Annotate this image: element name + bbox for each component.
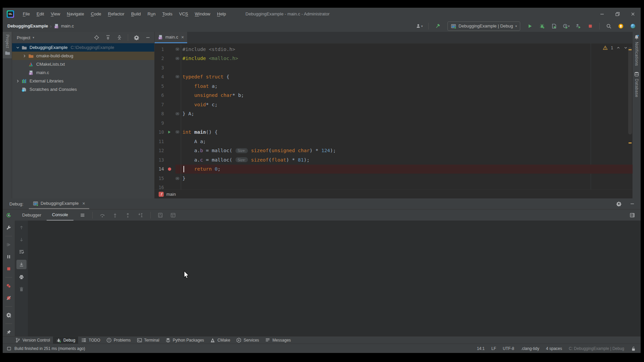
scrollbar-thumb[interactable] (628, 47, 632, 134)
line-number[interactable]: 4 (155, 74, 164, 79)
stop-button[interactable] (586, 22, 595, 30)
menu-vcs[interactable]: VCS (176, 10, 192, 18)
code-line[interactable]: 1#include <stdio.h> (155, 45, 633, 54)
chevron-right-icon[interactable] (15, 79, 21, 83)
pause-program-button[interactable] (4, 253, 13, 261)
line-number[interactable]: 2 (155, 56, 164, 61)
code-line[interactable]: 7 void* c; (155, 100, 633, 109)
line-number[interactable]: 16 (155, 185, 164, 190)
chevron-down-icon[interactable] (15, 45, 21, 50)
use-soft-wraps-button[interactable] (17, 248, 26, 256)
warning-stripe-mark[interactable] (629, 142, 632, 143)
tree-item-scratches-and-consoles[interactable]: Scratches and Consoles (12, 85, 154, 94)
restore-button[interactable] (610, 8, 625, 20)
fold-down-icon[interactable] (175, 47, 180, 51)
line-number[interactable]: 10 (155, 129, 164, 135)
evaluate-expression-button[interactable] (156, 211, 165, 219)
profiler-button[interactable]: ▾ (562, 22, 571, 30)
collapse-all-button[interactable] (115, 34, 124, 42)
close-tab-icon[interactable]: × (181, 35, 184, 40)
menu-edit[interactable]: Edit (33, 10, 47, 18)
status-message[interactable]: Build finished in 251 ms (moments ago) (14, 346, 85, 351)
debug-button[interactable] (538, 22, 546, 30)
menu-window[interactable]: Window (192, 10, 214, 18)
scroll-to-end-button[interactable] (16, 260, 26, 269)
user-profile-button[interactable]: ▾ (415, 22, 424, 30)
hide-button[interactable] (628, 200, 637, 208)
code-line[interactable]: 2#include <malloc.h> (155, 54, 633, 63)
tool-window-button-python-packages[interactable]: Python Packages (162, 337, 207, 344)
tool-window-button-database[interactable]: Database (633, 69, 641, 100)
debug-session-tab[interactable]: DebuggingExample × (29, 198, 89, 209)
tool-window-button-terminal[interactable]: Terminal (134, 337, 162, 344)
stop-process-button[interactable] (4, 265, 13, 273)
tool-window-button-version-control[interactable]: Version Control (12, 337, 53, 344)
tree-item-debuggingexample[interactable]: DebuggingExampleC:\DebuggingExample (12, 43, 154, 52)
modify-run-configuration-button[interactable] (4, 224, 13, 232)
code-line[interactable]: 11 A a; (155, 137, 633, 146)
code-line[interactable]: 16 (155, 183, 633, 190)
line-number[interactable]: 3 (155, 65, 164, 70)
tool-window-button-project[interactable]: Project (3, 32, 12, 58)
tool-window-button-problems[interactable]: Problems (103, 337, 134, 344)
fold-down-icon[interactable] (175, 75, 180, 79)
pin-tab-button[interactable] (4, 328, 13, 336)
up-the-stack-trace-button[interactable] (17, 224, 26, 232)
run-line-button[interactable] (164, 130, 175, 134)
breakpoint-marker[interactable] (164, 167, 175, 171)
editor-tab-main-c[interactable]: c* main.c × (155, 32, 187, 43)
step-over-button[interactable] (98, 211, 107, 219)
close-session-icon[interactable]: × (82, 201, 85, 206)
console-output-area[interactable] (28, 221, 641, 336)
chevron-down-icon[interactable]: ▾ (33, 36, 34, 39)
resume-program-button[interactable] (4, 241, 13, 249)
attach-to-process-button[interactable] (574, 22, 583, 30)
breadcrumb-project[interactable]: DebuggingExample (7, 23, 48, 28)
step-into-button[interactable] (111, 211, 119, 219)
tab-debugger[interactable]: Debugger (17, 209, 47, 221)
tool-window-button-cmake[interactable]: CMake (207, 337, 233, 344)
menu-build[interactable]: Build (128, 10, 144, 18)
breadcrumb-function[interactable]: main (166, 192, 176, 197)
line-number[interactable]: 13 (155, 157, 164, 163)
down-the-stack-trace-button[interactable] (17, 236, 26, 244)
hide-button[interactable] (144, 34, 152, 42)
search-everywhere-button[interactable] (604, 22, 613, 30)
tool-window-button-services[interactable]: Services (233, 337, 262, 344)
line-number[interactable]: 12 (155, 148, 164, 153)
line-separator[interactable]: LF (491, 346, 496, 351)
line-number[interactable]: 15 (155, 176, 164, 181)
expand-all-button[interactable] (104, 34, 112, 42)
settings-button[interactable] (132, 34, 141, 42)
line-number[interactable]: 7 (155, 102, 164, 107)
warning-stripe-mark[interactable] (629, 49, 632, 50)
tab-console[interactable]: Console (47, 209, 73, 221)
line-number[interactable]: 8 (155, 111, 164, 116)
tree-item-cmake-build-debug[interactable]: cmake-build-debug (12, 52, 154, 60)
code-style-config[interactable]: .clang-tidy (521, 346, 539, 351)
fold-up-icon[interactable] (175, 176, 180, 180)
code-line[interactable]: 13 a.c = malloc( Size: sizeof(float) * 8… (155, 155, 633, 165)
file-encoding[interactable]: UTF-8 (503, 346, 514, 351)
line-number[interactable]: 9 (155, 120, 164, 126)
line-number[interactable]: 1 (155, 47, 164, 52)
settings-button[interactable] (4, 311, 13, 319)
print-button[interactable] (17, 273, 26, 281)
code-line[interactable]: 9 (155, 118, 633, 128)
menu-help[interactable]: Help (214, 10, 229, 18)
menu-file[interactable]: File (19, 10, 33, 18)
code-line[interactable]: 14 return 0; (155, 165, 633, 174)
tool-window-button-debug[interactable]: Debug (53, 337, 78, 344)
select-opened-file-button[interactable] (92, 34, 101, 42)
minimize-button[interactable] (594, 8, 610, 20)
run-button[interactable] (526, 22, 534, 30)
menu-run[interactable]: Run (144, 10, 159, 18)
menu-navigate[interactable]: Navigate (63, 10, 87, 18)
restore-layout-button[interactable] (169, 211, 177, 219)
menu-tools[interactable]: Tools (159, 10, 176, 18)
menu-view[interactable]: View (47, 10, 63, 18)
clear-all-button[interactable] (17, 285, 26, 293)
step-out-button[interactable] (123, 211, 132, 219)
line-number[interactable]: 14 (155, 166, 164, 172)
tool-window-button-todo[interactable]: TODO (78, 337, 103, 344)
